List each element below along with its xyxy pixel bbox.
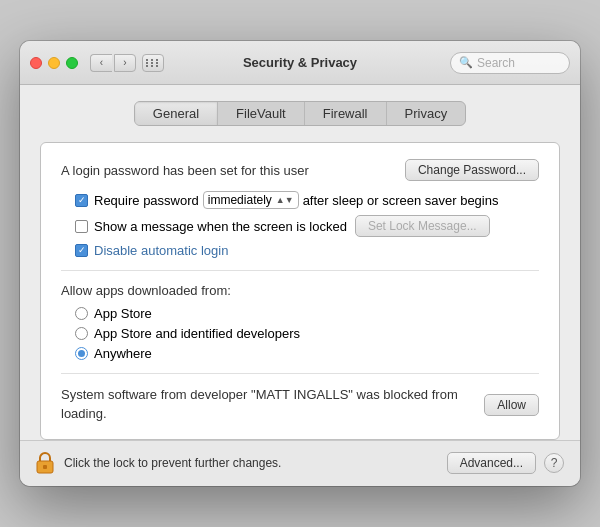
help-button[interactable]: ?	[544, 453, 564, 473]
disable-login-row: Disable automatic login	[75, 243, 539, 258]
svg-rect-1	[43, 465, 47, 469]
anywhere-label: Anywhere	[94, 346, 152, 361]
require-password-label: Require password	[94, 193, 199, 208]
allow-apps-label: Allow apps downloaded from:	[61, 283, 539, 298]
titlebar: ‹ › Security & Privacy 🔍 Search	[20, 41, 580, 85]
search-icon: 🔍	[459, 56, 473, 69]
change-password-button[interactable]: Change Password...	[405, 159, 539, 181]
disable-login-checkbox[interactable]	[75, 244, 88, 257]
login-password-label: A login password has been set for this u…	[61, 163, 309, 178]
allow-button[interactable]: Allow	[484, 394, 539, 416]
app-store-devs-label: App Store and identified developers	[94, 326, 300, 341]
forward-button[interactable]: ›	[114, 54, 136, 72]
set-lock-message-button[interactable]: Set Lock Message...	[355, 215, 490, 237]
close-button[interactable]	[30, 57, 42, 69]
require-password-checkbox[interactable]	[75, 194, 88, 207]
app-store-devs-radio[interactable]	[75, 327, 88, 340]
search-placeholder: Search	[477, 56, 561, 70]
app-store-devs-row: App Store and identified developers	[75, 326, 539, 341]
dropdown-arrow-icon: ▲▼	[276, 195, 294, 205]
show-message-label: Show a message when the screen is locked	[94, 219, 347, 234]
advanced-button[interactable]: Advanced...	[447, 452, 536, 474]
immediately-value: immediately	[208, 193, 272, 207]
show-message-row: Show a message when the screen is locked…	[75, 215, 539, 237]
footer-buttons: Advanced... ?	[447, 452, 564, 474]
after-sleep-label: after sleep or screen saver begins	[303, 193, 499, 208]
lock-icon[interactable]	[36, 452, 54, 474]
grid-icon	[146, 59, 160, 67]
disable-login-label: Disable automatic login	[94, 243, 228, 258]
window-title: Security & Privacy	[243, 55, 357, 70]
login-password-row: A login password has been set for this u…	[61, 159, 539, 181]
search-box[interactable]: 🔍 Search	[450, 52, 570, 74]
nav-buttons: ‹ ›	[90, 54, 136, 72]
immediately-dropdown[interactable]: immediately ▲▼	[203, 191, 299, 209]
back-button[interactable]: ‹	[90, 54, 112, 72]
divider-2	[61, 373, 539, 374]
traffic-lights	[30, 57, 78, 69]
system-blocked-row: System software from developer "MATT ING…	[61, 386, 539, 422]
app-store-label: App Store	[94, 306, 152, 321]
anywhere-radio[interactable]	[75, 347, 88, 360]
main-window: ‹ › Security & Privacy 🔍 Search General …	[20, 41, 580, 485]
settings-panel: A login password has been set for this u…	[40, 142, 560, 439]
app-store-radio[interactable]	[75, 307, 88, 320]
minimize-button[interactable]	[48, 57, 60, 69]
require-password-row: Require password immediately ▲▼ after sl…	[75, 191, 539, 209]
tab-privacy[interactable]: Privacy	[387, 102, 466, 125]
maximize-button[interactable]	[66, 57, 78, 69]
show-message-checkbox[interactable]	[75, 220, 88, 233]
tabs-container: General FileVault Firewall Privacy	[40, 101, 560, 126]
grid-button[interactable]	[142, 54, 164, 72]
tab-general[interactable]: General	[135, 102, 218, 125]
footer: Click the lock to prevent further change…	[20, 440, 580, 486]
system-blocked-text: System software from developer "MATT ING…	[61, 386, 472, 422]
tab-filevault[interactable]: FileVault	[218, 102, 305, 125]
tab-firewall[interactable]: Firewall	[305, 102, 387, 125]
anywhere-row: Anywhere	[75, 346, 539, 361]
divider-1	[61, 270, 539, 271]
content-area: General FileVault Firewall Privacy A log…	[20, 85, 580, 439]
app-store-row: App Store	[75, 306, 539, 321]
footer-lock-text: Click the lock to prevent further change…	[64, 456, 447, 470]
tab-group: General FileVault Firewall Privacy	[134, 101, 466, 126]
